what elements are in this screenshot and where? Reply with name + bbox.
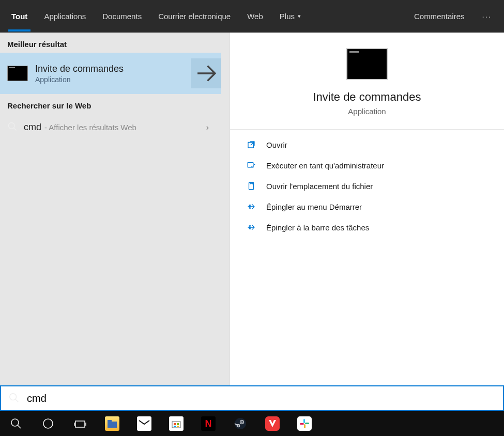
search-filter-tabs: Tout Applications Documents Courrier ele… <box>0 0 504 33</box>
action-admin-label: Exécuter en tant qu'administrateur <box>266 161 384 170</box>
tab-more-label: Plus <box>280 12 295 21</box>
action-open[interactable]: Ouvrir <box>246 139 488 150</box>
svg-rect-23 <box>304 424 306 428</box>
taskbar-taskview-button[interactable] <box>64 411 96 436</box>
tab-email[interactable]: Courrier electronique <box>150 0 239 33</box>
web-result-term: cmd <box>24 122 41 133</box>
svg-rect-10 <box>108 422 117 428</box>
taskbar-mail-button[interactable] <box>128 411 160 436</box>
preview-actions: Ouvrir Exécuter en tant qu'administrateu… <box>230 130 504 242</box>
action-pin-start[interactable]: Épingler au menu Démarrer <box>246 201 488 212</box>
search-icon <box>8 392 20 405</box>
pin-icon <box>246 201 257 212</box>
steam-icon <box>233 416 248 431</box>
tab-feedback[interactable]: Commentaires <box>406 0 473 33</box>
svg-point-19 <box>241 422 243 423</box>
netflix-icon: N <box>201 416 216 431</box>
action-open-label: Ouvrir <box>266 141 287 149</box>
open-icon <box>246 139 257 150</box>
web-result-desc: - Afficher les résultats Web <box>44 123 136 132</box>
svg-rect-9 <box>75 421 85 427</box>
vivaldi-icon <box>265 416 280 431</box>
svg-rect-13 <box>174 423 176 425</box>
preview-panel: Invite de commandes Application Ouvrir E… <box>230 33 504 385</box>
taskbar-steam-button[interactable] <box>224 411 256 436</box>
slack-icon <box>297 416 312 431</box>
taskbar-explorer-button[interactable] <box>96 411 128 436</box>
tab-web[interactable]: Web <box>239 0 271 33</box>
svg-rect-15 <box>174 426 176 427</box>
results-panel: Meilleur résultat Invite de commandes Ap… <box>0 33 221 385</box>
folder-icon <box>246 180 257 192</box>
taskbar-cortana-button[interactable] <box>32 411 64 436</box>
svg-point-8 <box>43 419 53 428</box>
pin-icon <box>246 222 257 233</box>
svg-point-7 <box>11 419 19 426</box>
best-result-title: Invite de commandes <box>35 64 124 74</box>
preview-subtitle: Application <box>348 107 386 116</box>
svg-rect-16 <box>177 426 179 427</box>
action-pin-taskbar[interactable]: Épingler à la barre des tâches <box>246 222 488 233</box>
taskbar-store-button[interactable] <box>160 411 192 436</box>
action-open-location[interactable]: Ouvrir l'emplacement du fichier <box>246 180 488 192</box>
svg-rect-12 <box>172 422 180 428</box>
web-results-header: Rechercher sur le Web <box>0 94 221 114</box>
search-field[interactable] <box>0 385 504 411</box>
svg-rect-24 <box>300 423 304 425</box>
cmd-prompt-icon <box>7 66 28 81</box>
best-result-subtitle: Application <box>35 75 124 84</box>
web-result-item[interactable]: cmd - Afficher les résultats Web › <box>0 114 221 141</box>
svg-rect-11 <box>108 420 112 422</box>
action-location-label: Ouvrir l'emplacement du fichier <box>266 182 373 191</box>
file-explorer-icon <box>105 416 119 431</box>
best-result-item[interactable]: Invite de commandes Application <box>0 53 221 94</box>
search-body: Meilleur résultat Invite de commandes Ap… <box>0 33 504 385</box>
mail-icon <box>137 416 151 431</box>
store-icon <box>169 416 184 431</box>
search-input[interactable] <box>27 393 496 404</box>
admin-shield-icon <box>246 160 257 171</box>
tab-more[interactable]: Plus ▾ <box>271 0 309 33</box>
more-options-button[interactable]: ··· <box>472 0 501 33</box>
svg-point-6 <box>10 393 17 400</box>
preview-title: Invite de commandes <box>313 90 421 104</box>
tab-applications[interactable]: Applications <box>36 0 94 33</box>
tab-documents[interactable]: Documents <box>94 0 150 33</box>
taskbar: N <box>0 411 504 436</box>
chevron-right-icon: › <box>206 123 214 132</box>
taskbar-slack-button[interactable] <box>288 411 320 436</box>
cmd-prompt-icon <box>346 48 388 80</box>
chevron-down-icon: ▾ <box>298 13 301 20</box>
best-result-header: Meilleur résultat <box>0 33 221 53</box>
taskbar-netflix-button[interactable]: N <box>192 411 224 436</box>
tab-all[interactable]: Tout <box>3 0 36 33</box>
svg-rect-21 <box>303 419 305 423</box>
search-icon <box>7 121 18 133</box>
action-pin-start-label: Épingler au menu Démarrer <box>266 203 362 211</box>
action-pin-taskbar-label: Épingler à la barre des tâches <box>266 223 369 232</box>
taskbar-vivaldi-button[interactable] <box>256 411 288 436</box>
action-run-admin[interactable]: Exécuter en tant qu'administrateur <box>246 160 488 171</box>
svg-rect-14 <box>177 423 179 425</box>
taskbar-search-button[interactable] <box>0 411 32 436</box>
expand-arrow-button[interactable] <box>191 58 221 88</box>
svg-rect-22 <box>305 423 309 424</box>
svg-point-0 <box>9 123 15 129</box>
